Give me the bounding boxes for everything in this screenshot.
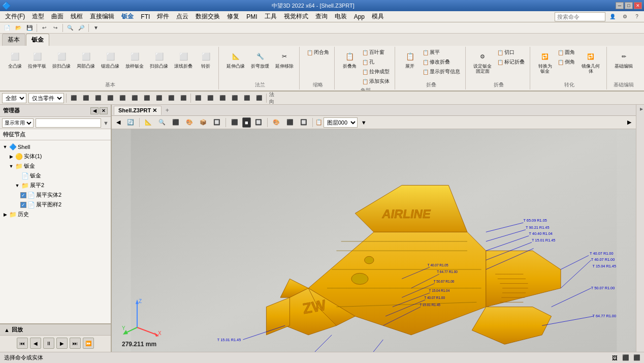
menu-app[interactable]: App (351, 12, 368, 21)
tree-node-flat2[interactable]: ▼ 📁 展平2 (0, 180, 111, 190)
action-icon-4[interactable]: ⬛ (105, 94, 115, 103)
action-icon-3[interactable]: ⬛ (93, 94, 103, 103)
ribbon-btn-saoluocyuan[interactable]: ⬜ 扫掠凸缘 (147, 48, 171, 71)
ribbon-btn-baiyechuang[interactable]: 📋 百叶窗 (360, 48, 392, 57)
ribbon-btn-gunxianzhedi[interactable]: ⬜ 滚线折叠 (172, 48, 195, 71)
layer-select[interactable]: 图层000 (324, 117, 358, 128)
menu-direct-edit[interactable]: 直接编辑 (87, 11, 117, 22)
open-file-button[interactable]: 📂 (13, 23, 23, 33)
close-button[interactable]: ✕ (634, 2, 642, 9)
action-icon-2[interactable]: ⬛ (81, 94, 91, 103)
zoom-in-button[interactable]: 🔍 (65, 23, 75, 33)
status-icon-3[interactable]: ⬛ (632, 353, 642, 362)
menu-point-cloud[interactable]: 点云 (173, 11, 191, 22)
sidebar-search-input[interactable] (36, 118, 101, 128)
filter-select[interactable]: 全部 (2, 93, 26, 103)
menu-sheet-metal[interactable]: 钣金 (118, 11, 137, 22)
tree-node-sheetmetal-folder[interactable]: ▼ 📁 钣金 (0, 161, 111, 171)
play-btn-fastforward[interactable]: ⏩ (83, 338, 94, 349)
redo-button[interactable]: ↪ (50, 23, 60, 33)
tree-node-flat-pattern2[interactable]: ✓ 📄 展平图样2 (0, 200, 111, 209)
play-btn-prev[interactable]: ◀ (30, 338, 41, 349)
ribbon-btn-daojiao[interactable]: 📋 倒角 (556, 57, 577, 67)
menu-tools[interactable]: 工具 (262, 11, 280, 22)
status-icon-screenshot[interactable]: 🖼 (609, 353, 620, 362)
tree-node-sheetmetal-item[interactable]: ▶ 📄 钣金 (0, 171, 111, 180)
menu-repair[interactable]: 修复 (224, 11, 242, 22)
layer-dropdown-btn[interactable]: ▼ (359, 117, 369, 128)
vt-icon6[interactable]: 🔲 (211, 117, 223, 128)
tree-node-entity1[interactable]: ▶ 🟡 实体(1) (0, 152, 111, 161)
menu-electrical[interactable]: 电装 (332, 11, 350, 22)
checkbox-flat-pattern2[interactable]: ✓ (20, 202, 26, 208)
ribbon-btn-fangyangjianji[interactable]: ⬜ 放样钣金 (123, 48, 146, 71)
action-icon-10[interactable]: ⬛ (178, 94, 188, 103)
tab-sheet-metal[interactable]: 钣金 (26, 34, 49, 46)
viewport-inner[interactable]: AIRLINE ZW (112, 129, 636, 363)
vt-view-button[interactable]: 📐 (142, 117, 154, 128)
vt-icon8[interactable]: ■ (242, 117, 251, 128)
tree-node-history[interactable]: ▶ 📁 历史 (0, 209, 111, 219)
tree-toggle-entity1[interactable]: ▶ (8, 154, 14, 159)
vt-right-btn[interactable]: ▶ (625, 117, 634, 128)
ribbon-btn-xianshi-zhewan[interactable]: 📋 显示折弯信息 (421, 67, 462, 76)
maximize-button[interactable]: □ (625, 2, 633, 9)
sidebar-close-button[interactable]: ✕ (100, 107, 108, 114)
action-icon-1[interactable]: ⬛ (69, 94, 79, 103)
sidebar-collapse-button[interactable]: ◀ (90, 107, 99, 114)
vt-icon9[interactable]: 🔲 (252, 117, 265, 128)
tree-node-flat-body2[interactable]: ✓ 📄 展平实体2 (0, 190, 111, 200)
tree-toggle-sheetmetal[interactable]: ▼ (8, 164, 14, 169)
menu-weld[interactable]: 焊件 (154, 11, 172, 22)
ribbon-btn-zhankai[interactable]: 📋 展开 (400, 48, 420, 71)
menu-query[interactable]: 查询 (312, 11, 331, 22)
vt-back-button[interactable]: ◀ (114, 117, 123, 128)
settings-icon[interactable]: ⚙ (620, 12, 630, 21)
action-icon-8[interactable]: ⬛ (154, 94, 164, 103)
menu-file[interactable]: 文件(F) (2, 11, 28, 22)
tree-toggle-flat2[interactable]: ▼ (14, 183, 20, 188)
tab-basic[interactable]: 基本 (2, 34, 25, 46)
vt-icon3[interactable]: ⬛ (170, 117, 182, 128)
vt-refresh-button[interactable]: 🔄 (124, 117, 137, 128)
action-icon-14[interactable]: ⬛ (230, 94, 240, 103)
tree-node-shell[interactable]: ▼ 🔷 Shell (0, 142, 111, 152)
play-btn-end[interactable]: ⏭ (70, 338, 81, 349)
action-icon-11[interactable]: ⬛ (193, 94, 203, 103)
vt-icon10[interactable]: 🎨 (270, 117, 282, 128)
play-btn-pause[interactable]: ⏸ (43, 338, 54, 349)
ribbon-btn-yanchenyichu[interactable]: ✂ 延伸移除 (273, 48, 296, 71)
minimize-button[interactable]: ─ (616, 2, 624, 9)
ribbon-btn-zhuanzhe[interactable]: ⬜ 转折 (196, 48, 215, 71)
sidebar-filter-select[interactable]: 显示常用 (2, 118, 34, 128)
action-icon-15[interactable]: ⬛ (242, 94, 252, 103)
ribbon-btn-quancongyuan[interactable]: ⬜ 全凸缘 (5, 48, 24, 71)
vt-icon11[interactable]: ⬛ (284, 117, 296, 128)
undo-button[interactable]: ↩ (39, 23, 49, 33)
normal-direction-button[interactable]: 法向 (269, 94, 279, 103)
ribbon-btn-zhankao[interactable]: 📋 折叠角 (340, 48, 359, 71)
ribbon-btn-lashen-chengxing[interactable]: 📋 拉伸成型 (360, 67, 392, 76)
status-icon-2[interactable]: ⬛ (621, 353, 631, 362)
tree-toggle-history[interactable]: ▶ (2, 212, 8, 217)
ribbon-btn-kong[interactable]: 📋 孔 (360, 57, 392, 67)
action-icon-6[interactable]: ⬛ (130, 94, 140, 103)
ribbon-btn-zhewan-fangkuan[interactable]: 🔧 折弯放缓 (248, 48, 272, 71)
ribbon-btn-jingxiang-jihe[interactable]: 🔁 镜像几何体 (578, 48, 603, 76)
ribbon-btn-jichu-bianji[interactable]: ✏ 基础编辑 (612, 48, 635, 71)
checkbox-flat-body2[interactable]: ✓ (20, 192, 26, 198)
part-filter-select[interactable]: 仅当零件 (28, 93, 64, 103)
vt-icon7[interactable]: ⬛ (229, 117, 241, 128)
ribbon-btn-lvesaocyuan[interactable]: ⬜ 掠扫凸缘 (50, 48, 73, 71)
action-icon-9[interactable]: ⬛ (166, 94, 176, 103)
menu-visual-style[interactable]: 视觉样式 (281, 11, 311, 22)
action-icon-16[interactable]: ⬛ (254, 94, 264, 103)
action-icon-7[interactable]: ⬛ (142, 94, 152, 103)
ribbon-btn-tianjia-shiti[interactable]: 📋 添加实体 (360, 77, 392, 86)
ribbon-btn-jiaobu-small[interactable]: 📋 闭合角 (305, 48, 331, 57)
ribbon-btn-jvchicyuan[interactable]: ⬜ 锯齿凸缘 (99, 48, 122, 71)
vt-zoom-button[interactable]: 🔍 (156, 117, 168, 128)
ribbon-btn-lashenpingban[interactable]: ⬜ 拉伸平板 (25, 48, 49, 71)
ribbon-btn-biaozhizhezhe[interactable]: 📋 标记折叠 (495, 57, 527, 67)
play-btn-next[interactable]: ▶ (56, 338, 68, 349)
